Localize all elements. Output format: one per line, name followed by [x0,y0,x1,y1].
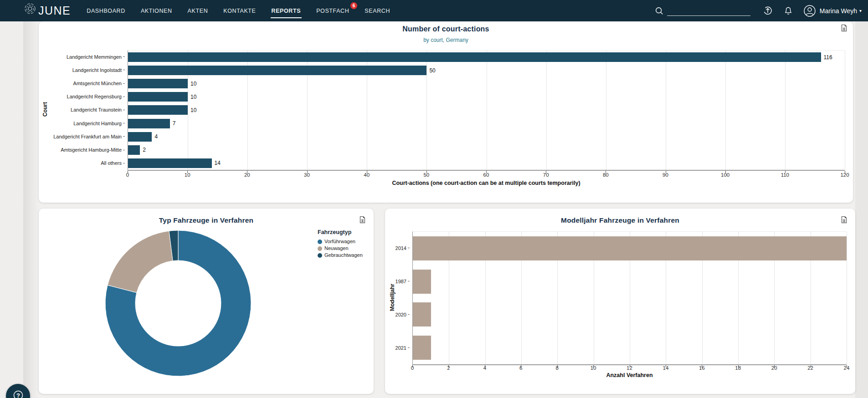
category-label: All others [39,157,125,170]
category-label: Landgericht Ingolstadt [39,63,125,77]
nav-item-reports[interactable]: REPORTS [264,0,309,21]
x-tick-label: 16 [693,365,711,371]
y-tick-mark [123,163,125,163]
logo[interactable]: JUNE [24,4,71,17]
y-tick-mark [123,56,125,57]
avatar-icon [803,5,816,17]
legend: Fahrzeugtyp Vorführwagen Neuwagen Gebrau… [318,229,372,259]
nav-item-search[interactable]: SEARCH [357,0,398,21]
x-tick-label: 2 [439,365,457,371]
y-tick-mark [123,70,125,70]
search-icon[interactable] [654,6,664,16]
nav-item-postfach[interactable]: POSTFACH 6 [308,0,357,21]
notifications-icon[interactable] [783,5,793,16]
nav-item-kontakte[interactable]: KONTAKTE [216,0,263,21]
nav-item-label: AKTEN [188,8,208,14]
grid-line [845,51,845,170]
x-tick-label: 10 [178,172,196,178]
upload-icon[interactable] [762,5,773,16]
x-tick-label: 40 [358,172,376,178]
search-input[interactable] [667,6,750,16]
category-label: 1987 [385,265,410,298]
category-label: Landgericht Traunstein [39,103,125,117]
bar-row: 10 [128,90,845,103]
x-tick-label: 22 [801,365,820,371]
bar [128,132,152,142]
scrollbar-track[interactable] [855,21,868,398]
bar-row [413,232,847,265]
nav-item-akten[interactable]: AKTEN [180,0,216,21]
legend-label: Gebrauchtwagen [324,252,363,259]
user-menu[interactable]: Marina Weyh ▾ [803,5,862,17]
grid-line [847,232,847,364]
bar [128,52,821,62]
legend-swatch [318,240,322,244]
category-label: Amtsgericht Hamburg-Mitte [39,143,125,157]
x-tick-label: 4 [476,365,494,371]
model-year-bar-chart: 2014198720202021024681012141618202224 [385,209,855,394]
bar-value-label: 10 [190,94,196,100]
bar-value-label: 116 [824,54,832,61]
category-label: Landgericht Memmingen [39,50,125,63]
bar-value-label: 10 [190,81,196,87]
sidebar-shadow [23,21,39,398]
court-actions-bar-chart: Landgericht MemmingenLandgericht Ingolst… [39,21,853,203]
user-name: Marina Weyh [820,7,857,15]
x-tick-label: 100 [716,172,734,178]
nav-item-aktionen[interactable]: AKTIONEN [133,0,180,21]
category-label: Landgericht Frankfurt am Main [39,130,125,143]
y-tick-mark [123,136,125,137]
x-tick-label: 6 [512,365,530,371]
bar [413,236,847,260]
nav-item-label: AKTIONEN [141,8,172,14]
x-tick-label: 20 [765,365,783,371]
y-tick-mark [123,97,125,97]
x-tick-label: 0 [403,365,421,371]
nav-item-label: SEARCH [365,8,390,14]
model-year-card: Modelljahr Fahrzeuge in Verfahren Modell… [385,209,855,394]
y-tick-mark [123,150,125,150]
bar [413,336,431,360]
bar-row [413,298,847,332]
app-screen: JUNE DASHBOARD AKTIONEN AKTEN KONTAKTE R… [0,0,868,398]
category-label: 2021 [385,331,410,364]
x-tick-label: 80 [596,172,615,178]
bar-row: 10 [128,103,845,117]
court-actions-card: Number of court-actions by court, German… [39,21,853,203]
x-tick-label: 12 [621,365,639,371]
bar-row: 7 [128,117,845,130]
bar [128,158,212,168]
export-xlsx-button[interactable] [358,215,367,225]
bar-row [413,331,847,364]
y-tick-mark [408,281,410,281]
legend-swatch [318,246,322,251]
postfach-unread-badge: 6 [350,2,357,9]
donut-slice-Neuwagen [108,231,173,292]
x-tick-label: 90 [657,172,675,178]
legend-label: Neuwagen [324,245,349,252]
x-tick-label: 70 [537,172,555,178]
legend-item-neuwagen[interactable]: Neuwagen [318,245,372,252]
y-tick-mark [408,248,410,248]
bar-row: 10 [128,77,845,90]
legend-item-gebrauchtwagen[interactable]: Gebrauchtwagen [318,252,372,259]
bar-row: 4 [128,130,845,143]
vehicle-type-donut-chart [104,230,252,377]
nav-item-dashboard[interactable]: DASHBOARD [79,0,133,21]
nav-item-label: POSTFACH [316,8,349,14]
legend-item-vorfuehrwagen[interactable]: Vorführwagen [318,238,372,245]
nav-item-label: KONTAKTE [223,8,256,14]
logo-flower-icon [24,2,37,16]
bar [413,302,431,327]
logo-text: JUNE [38,4,71,17]
export-xlsx-icon [359,216,366,224]
bar [128,92,188,102]
category-label: 2020 [385,298,410,331]
x-tick-label: 24 [837,365,856,371]
vehicle-type-card: Typ Fahrzeuge in Verfahren Fahrzeugtyp V… [39,209,374,394]
y-axis-labels: 2014198720202021 [385,231,410,364]
plot-area [412,231,847,364]
x-tick-label: 10 [584,365,602,371]
chevron-down-icon: ▾ [859,8,862,13]
x-tick-label: 110 [776,172,794,178]
